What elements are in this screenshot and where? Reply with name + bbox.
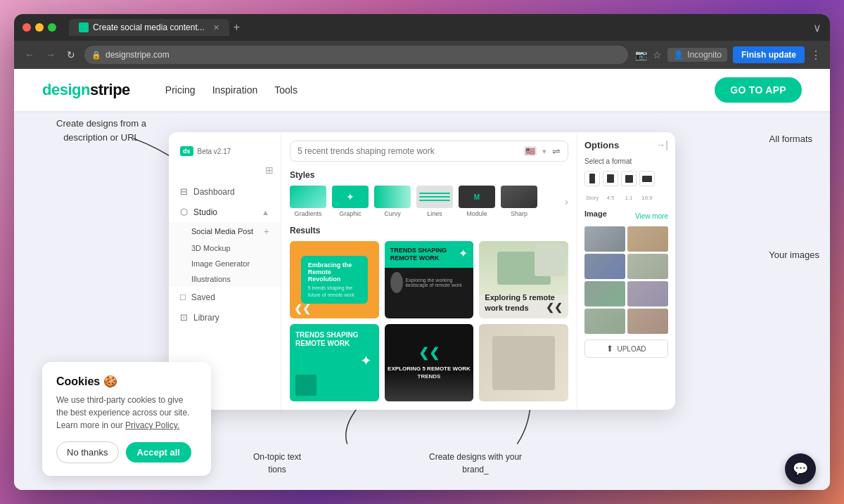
card-4-star-icon: ✦ (360, 352, 372, 369)
image-thumb-5[interactable] (584, 281, 625, 306)
sidebar-layout-icon: ⊞ (265, 164, 274, 176)
search-settings-icon[interactable]: ⇌ (552, 146, 561, 157)
result-card-2[interactable]: TRENDS SHAPING REMOTE WORK ✦ Exploring t… (385, 241, 474, 318)
nav-tools[interactable]: Tools (274, 84, 298, 96)
site-logo[interactable]: designstripe (42, 81, 130, 99)
incognito-label: Incognito (687, 50, 722, 60)
back-button[interactable]: ← (23, 47, 37, 63)
options-close-icon[interactable]: →| (656, 139, 668, 150)
sidebar-item-library[interactable]: ⊡ Library (169, 307, 281, 328)
no-thanks-button[interactable]: No thanks (56, 441, 119, 463)
image-grid (584, 226, 668, 334)
result-card-3[interactable]: Exploring 5 remote work trends ❮❮ (479, 241, 568, 318)
style-sharp[interactable]: Sharp (501, 186, 537, 217)
sidebar-item-social-media-post[interactable]: Social Media Post + (169, 222, 281, 240)
style-module[interactable]: M Module (459, 186, 495, 217)
maximize-window-button[interactable] (48, 23, 56, 32)
toolbar-actions: 📷 ☆ 👤 Incognito Finish update ⋮ (635, 46, 821, 63)
sidebar-library-label: Library (193, 313, 219, 323)
browser-more-button[interactable]: ∨ (813, 21, 821, 34)
cookie-title: Cookies 🍪 (56, 375, 197, 388)
upload-label: UPLOAD (617, 345, 646, 353)
results-section-title: Results (290, 226, 568, 235)
format-1-1[interactable] (621, 171, 637, 186)
card-4-title: TRENDS SHAPING REMOTE WORK (290, 324, 379, 351)
cookie-title-text: Cookies 🍪 (56, 375, 117, 388)
traffic-lights (23, 23, 56, 32)
image-thumb-6[interactable] (627, 281, 668, 306)
style-thumb-curvy (374, 186, 411, 208)
sidebar-item-illustrations[interactable]: Illustrations (169, 271, 281, 287)
active-tab[interactable]: Create social media content... ✕ (69, 19, 229, 36)
camera-icon[interactable]: 📷 (635, 49, 647, 60)
sidebar-item-dashboard[interactable]: ⊟ Dashboard (169, 181, 281, 202)
refresh-button[interactable]: ↻ (65, 47, 77, 63)
style-label-module: Module (466, 210, 487, 217)
upload-button[interactable]: ⬆ UPLOAD (584, 340, 668, 358)
chevron-up-icon: ▲ (262, 208, 269, 217)
format-story[interactable] (584, 171, 600, 186)
image-thumb-8[interactable] (627, 309, 668, 334)
style-gradients[interactable]: Gradients (290, 186, 326, 217)
cookie-banner: Cookies 🍪 We use third-party cookies to … (42, 362, 211, 476)
new-tab-button[interactable]: + (234, 21, 240, 34)
format-16-9[interactable] (639, 171, 655, 186)
image-thumb-1[interactable] (584, 226, 625, 252)
chat-bubble-button[interactable]: 💬 (785, 453, 816, 484)
sidebar-sub-menu: Social Media Post + 3D Mockup Image Gene… (169, 222, 281, 287)
image-thumb-4[interactable] (627, 254, 668, 279)
view-more-link[interactable]: View more (635, 212, 668, 220)
sidebar-item-saved[interactable]: □ Saved (169, 287, 281, 307)
annotation-top-left: Create designs from adescription or URL (56, 117, 146, 144)
bookmark-icon[interactable]: ☆ (653, 49, 662, 60)
go-to-app-button[interactable]: GO TO APP (715, 77, 802, 103)
style-label-gradients: Gradients (294, 210, 321, 217)
result-card-5[interactable]: ❮❮ EXPLORING 5 REMOTE WORK TRENDS (385, 324, 474, 401)
flag-dropdown-icon[interactable]: ▾ (542, 147, 546, 156)
format-16-9-label: 16:9 (639, 195, 655, 201)
result-card-4[interactable]: TRENDS SHAPING REMOTE WORK ✦ (290, 324, 379, 401)
card-5-image (385, 370, 474, 401)
nav-inspiration[interactable]: Inspiration (212, 84, 258, 96)
sidebar-mockup-label: 3D Mockup (191, 244, 231, 252)
format-4-5[interactable] (603, 171, 618, 186)
forward-button[interactable]: → (44, 47, 58, 63)
dashboard-icon: ⊟ (180, 186, 188, 197)
sidebar-item-image-generator[interactable]: Image Generator (169, 256, 281, 271)
url-text: designstripe.com (106, 50, 170, 60)
sidebar-item-3d-mockup[interactable]: 3D Mockup (169, 240, 281, 256)
sidebar-studio-label: Studio (193, 207, 217, 217)
chat-icon: 💬 (793, 461, 808, 477)
address-bar[interactable]: 🔒 designstripe.com (84, 46, 628, 64)
nav-pricing[interactable]: Pricing (165, 84, 196, 96)
sidebar-saved-label: Saved (191, 292, 215, 302)
sidebar-social-label: Social Media Post (191, 227, 253, 235)
tab-close-button[interactable]: ✕ (213, 23, 219, 32)
search-bar[interactable]: 🇺🇸 ▾ ⇌ (290, 141, 568, 162)
style-curvy[interactable]: Curvy (374, 186, 411, 217)
close-window-button[interactable] (23, 23, 31, 32)
image-thumb-7[interactable] (584, 309, 625, 334)
minimize-window-button[interactable] (35, 23, 44, 32)
styles-next-icon[interactable]: › (565, 196, 568, 207)
app-window: ds Beta v2.17 ⊞ ⊟ Dashboard ⬡ Studio ▲ (169, 132, 675, 410)
sidebar-logo: ds Beta v2.17 (169, 141, 281, 164)
accept-all-button[interactable]: Accept all (126, 442, 191, 463)
library-icon: ⊡ (180, 312, 188, 323)
browser-menu-button[interactable]: ⋮ (810, 49, 821, 62)
privacy-policy-link[interactable]: Privacy Policy. (125, 420, 179, 430)
image-thumb-2[interactable] (627, 226, 668, 252)
sidebar-item-studio[interactable]: ⬡ Studio ▲ (169, 202, 281, 222)
card-2-star-icon: ✦ (459, 247, 468, 260)
format-4-5-label: 4:5 (603, 195, 618, 201)
card-2-bottom: Exploring the working landscape of remot… (385, 268, 474, 297)
add-social-icon[interactable]: + (264, 226, 269, 237)
result-card-6[interactable] (479, 324, 568, 401)
browser-titlebar: Create social media content... ✕ + ∨ (14, 14, 830, 41)
result-card-1[interactable]: Embracing the Remote Revolution 5 trends… (290, 241, 379, 318)
finish-update-button[interactable]: Finish update (733, 46, 805, 63)
search-input[interactable] (298, 146, 518, 156)
style-lines[interactable]: Lines (416, 186, 453, 217)
image-thumb-3[interactable] (584, 254, 625, 279)
style-graphic[interactable]: ✦ Graphic (332, 186, 369, 217)
